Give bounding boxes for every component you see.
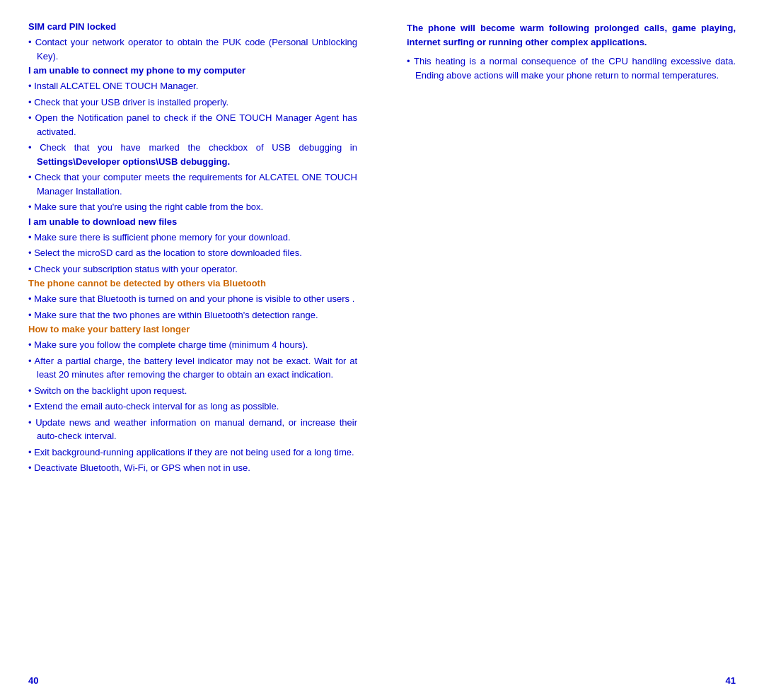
bullet-connect-2: Check that your USB driver is installed … [28,95,357,110]
bullet-download-1: Make sure there is sufficient phone memo… [28,231,357,245]
bullet-connect-1: Install ALCATEL ONE TOUCH Manager. [28,79,357,93]
bullet-connect-3: Open the Notification panel to check if … [28,111,357,139]
bullet-bat-2: After a partial charge, the battery leve… [28,354,357,382]
bullet-bt-1: Make sure that Bluetooth is turned on an… [28,292,357,306]
bullet-bt-2: Make sure that the two phones are within… [28,308,357,322]
section-unable-connect: I am unable to connect my phone to my co… [28,65,357,214]
heading-sim-pin: SIM card PIN locked [28,21,357,32]
bullet-bat-5: Update news and weather information on m… [28,416,357,443]
left-page: SIM card PIN locked Contact your network… [0,0,382,700]
bullet-connect-4: Check that you have marked the checkbox … [28,141,357,168]
settings-debug-bold: Settings\Developer options\USB debugging… [37,156,230,167]
bullet-warm-1: This heating is a normal consequence of … [407,54,736,82]
bullet-bat-4: Extend the email auto-check interval for… [28,399,357,414]
bullet-download-3: Check your subscription status with your… [28,262,357,276]
bullet-download-2: Select the microSD card as the location … [28,246,357,260]
bullet-bat-3: Switch on the backlight upon request. [28,384,357,398]
bullet-connect-5: Check that your computer meets the requi… [28,170,357,198]
bullet-bat-1: Make sure you follow the complete charge… [28,338,357,352]
right-page: The phone will become warm following pro… [382,0,764,700]
bullet-connect-6: Make sure that you're using the right ca… [28,200,357,214]
bullet-bat-7: Deactivate Bluetooth, Wi-Fi, or GPS when… [28,461,357,475]
section-phone-warm: The phone will become warm following pro… [407,21,736,82]
section-bluetooth-detection: The phone cannot be detected by others v… [28,278,357,322]
heading-bluetooth-detection: The phone cannot be detected by others v… [28,278,357,288]
section-battery: How to make your battery last longer Mak… [28,324,357,475]
page-number-right: 41 [726,675,736,686]
heading-unable-download: I am unable to download new files [28,216,357,227]
heading-battery: How to make your battery last longer [28,324,357,334]
section-unable-download: I am unable to download new files Make s… [28,216,357,276]
section-sim-pin: SIM card PIN locked Contact your network… [28,21,357,63]
bullet-bat-6: Exit background-running applications if … [28,445,357,460]
page-number-left: 40 [28,675,38,686]
bullet-sim-pin-1: Contact your network operator to obtain … [28,35,357,63]
heading-phone-warm: The phone will become warm following pro… [407,21,736,49]
heading-unable-connect: I am unable to connect my phone to my co… [28,65,357,76]
